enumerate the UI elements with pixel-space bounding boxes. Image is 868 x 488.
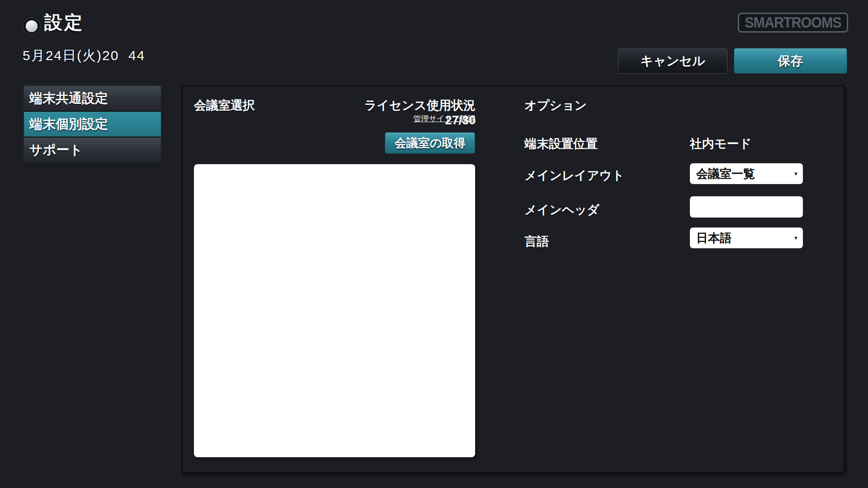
options-title: オプション xyxy=(524,97,587,114)
main-layout-select[interactable]: 会議室一覧 ▼ xyxy=(690,163,803,184)
language-select[interactable]: 日本語 ▼ xyxy=(690,227,803,248)
page-title: 設定 xyxy=(44,10,84,35)
status-indicator-icon xyxy=(24,18,40,34)
main-header-label: メインヘッダ xyxy=(524,202,599,218)
room-selection-title: 会議室選択 xyxy=(194,97,255,114)
device-location-value: 社内モード xyxy=(690,136,751,152)
main-layout-label: メインレイアウト xyxy=(524,167,624,184)
datetime-display: 5月24日(火)20 44 xyxy=(23,47,145,65)
sidebar-item-common-settings[interactable]: 端末共通設定 xyxy=(24,86,161,112)
settings-panel: 会議室選択 ライセンス使用状況 27/30 管理サイトで確認 会議室の取得 オプ… xyxy=(181,85,845,474)
main-header-input[interactable] xyxy=(690,196,803,218)
language-label: 言語 xyxy=(524,233,549,250)
room-list-box[interactable] xyxy=(194,164,475,457)
chevron-down-icon: ▼ xyxy=(793,235,798,241)
sidebar-item-individual-settings[interactable]: 端末個別設定 xyxy=(24,112,161,137)
device-location-label: 端末設置位置 xyxy=(524,136,598,152)
main-layout-select-value: 会議室一覧 xyxy=(696,166,755,182)
smart-rooms-logo-text: SMARTROOMS xyxy=(745,14,841,31)
cancel-button[interactable]: キャンセル xyxy=(618,48,727,74)
sidebar-item-support[interactable]: サポート xyxy=(24,137,161,162)
settings-nav: 端末共通設定 端末個別設定 サポート xyxy=(24,85,161,163)
chevron-down-icon: ▼ xyxy=(793,171,798,176)
fetch-rooms-button[interactable]: 会議室の取得 xyxy=(385,133,475,154)
smart-rooms-logo: SMARTROOMS xyxy=(738,13,848,33)
save-button[interactable]: 保存 xyxy=(734,48,847,74)
language-select-value: 日本語 xyxy=(696,230,731,246)
admin-site-link[interactable]: 管理サイトで確認 xyxy=(332,114,476,124)
